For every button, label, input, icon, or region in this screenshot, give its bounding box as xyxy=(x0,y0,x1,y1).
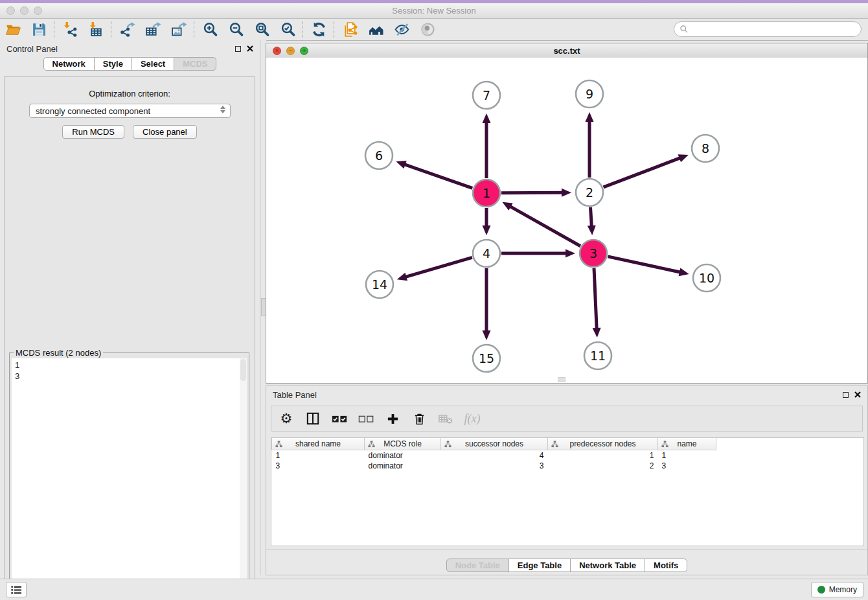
graph-edge-2-3[interactable] xyxy=(588,207,596,235)
open-folder-button[interactable] xyxy=(0,21,26,39)
graph-node-9[interactable]: 9 xyxy=(576,80,603,108)
graph-edge-4-14[interactable] xyxy=(397,257,472,281)
node-label: 2 xyxy=(586,185,593,200)
tab-network[interactable]: Network xyxy=(43,57,95,71)
table-cell[interactable]: 3 xyxy=(441,461,548,471)
graph-node-4[interactable]: 4 xyxy=(473,240,500,267)
node-label: 7 xyxy=(483,88,490,102)
save-button[interactable] xyxy=(26,21,52,39)
graph-edge-2-8[interactable] xyxy=(604,154,689,187)
graph-node-14[interactable]: 14 xyxy=(366,271,393,298)
graph-edge-4-15[interactable] xyxy=(483,268,491,340)
column-header-shared-name[interactable]: shared name xyxy=(272,438,365,450)
table-row[interactable]: 3dominator323 xyxy=(272,461,716,471)
graph-edge-3-10[interactable] xyxy=(608,257,689,276)
graph-edge-3-11[interactable] xyxy=(593,268,601,338)
settings-gear-button[interactable]: ⚙ xyxy=(278,410,295,427)
toggle-columns-button[interactable] xyxy=(304,410,321,427)
toggle-visibility-button[interactable] xyxy=(389,21,415,39)
table-cell[interactable]: 3 xyxy=(658,461,716,471)
save-icon xyxy=(31,21,47,38)
mcds-result-list[interactable]: 13 xyxy=(12,358,247,595)
select-all-button[interactable] xyxy=(331,410,348,427)
graph-node-10[interactable]: 10 xyxy=(693,264,720,292)
table-tab-motifs[interactable]: Motifs xyxy=(645,559,687,572)
column-header-successor-nodes[interactable]: successor nodes xyxy=(441,438,548,450)
control-panel-header: Control Panel xyxy=(0,40,260,57)
zoom-fit-button[interactable] xyxy=(249,21,275,39)
column-header-name[interactable]: name xyxy=(658,438,716,450)
float-panel-icon[interactable] xyxy=(235,46,241,52)
table-cell[interactable]: 3 xyxy=(272,461,365,471)
table-cell[interactable]: dominator xyxy=(365,461,441,471)
zoom-in-button[interactable] xyxy=(197,21,223,39)
graph-node-8[interactable]: 8 xyxy=(692,135,719,162)
table-tab-network-table[interactable]: Network Table xyxy=(570,559,645,572)
zoom-selected-button[interactable] xyxy=(275,21,301,39)
table-tab-edge-table[interactable]: Edge Table xyxy=(508,559,571,572)
table-tab-node-table[interactable]: Node Table xyxy=(446,559,509,572)
column-header-MCDS-role[interactable]: MCDS role xyxy=(365,438,441,450)
run-mcds-button[interactable]: Run MCDS xyxy=(62,125,124,139)
graph-node-6[interactable]: 6 xyxy=(365,142,393,169)
import-table-button[interactable] xyxy=(83,21,109,39)
delete-button[interactable] xyxy=(411,410,428,427)
table-cell[interactable]: dominator xyxy=(365,450,441,461)
hide-panels-button[interactable] xyxy=(363,21,389,39)
tab-style[interactable]: Style xyxy=(94,57,132,71)
graph-node-3[interactable]: 3 xyxy=(580,240,607,267)
graph-edge-3-1[interactable] xyxy=(502,202,580,246)
memory-button-label: Memory xyxy=(829,585,857,594)
float-table-panel-icon[interactable] xyxy=(843,392,849,398)
graph-node-15[interactable]: 15 xyxy=(473,345,500,372)
node-table: shared nameMCDS rolesuccessor nodesprede… xyxy=(271,437,864,546)
graph-node-7[interactable]: 7 xyxy=(473,82,500,109)
table-row[interactable]: 1dominator411 xyxy=(272,450,716,461)
search-box[interactable] xyxy=(674,21,862,37)
column-type-icon xyxy=(444,441,451,448)
result-scrollbar[interactable] xyxy=(240,358,247,595)
export-table-button[interactable] xyxy=(140,21,166,39)
graph-edge-2-9[interactable] xyxy=(586,112,594,178)
graph-node-11[interactable]: 11 xyxy=(584,342,611,369)
search-input[interactable] xyxy=(691,24,861,35)
tab-mcds[interactable]: MCDS xyxy=(174,57,216,71)
graph-edge-1-6[interactable] xyxy=(396,161,472,188)
import-network-button[interactable] xyxy=(57,21,83,39)
refresh-button[interactable] xyxy=(306,21,332,39)
graph-node-1[interactable]: 1 xyxy=(473,179,500,207)
close-table-panel-icon[interactable] xyxy=(854,391,861,398)
graph-edge-1-2[interactable] xyxy=(501,189,571,197)
table-cell[interactable]: 1 xyxy=(272,450,365,461)
clone-network-button[interactable] xyxy=(337,21,363,39)
graph-node-2[interactable]: 2 xyxy=(576,179,603,206)
table-cell[interactable]: 1 xyxy=(548,450,658,461)
node-label: 11 xyxy=(590,349,606,363)
table-cell[interactable]: 2 xyxy=(548,461,658,471)
import-table-icon xyxy=(88,21,104,38)
close-panel-icon[interactable] xyxy=(247,45,253,52)
table-cell[interactable]: 1 xyxy=(658,450,716,461)
tab-select[interactable]: Select xyxy=(131,57,174,71)
criterion-dropdown[interactable]: strongly connected component xyxy=(29,104,231,118)
table-toolbar: ⚙f(x) xyxy=(271,406,863,432)
graph-edge-1-7[interactable] xyxy=(483,113,491,178)
network-resize-grip[interactable] xyxy=(558,377,565,382)
close-panel-button[interactable]: Close panel xyxy=(133,125,197,139)
node-label: 8 xyxy=(702,141,709,156)
graph-edge-4-3[interactable] xyxy=(501,249,575,258)
export-image-button[interactable] xyxy=(166,21,192,39)
graph-edge-1-4[interactable] xyxy=(483,208,491,235)
add-button[interactable] xyxy=(384,410,401,427)
column-header-predecessor-nodes[interactable]: predecessor nodes xyxy=(548,438,658,450)
export-network-button[interactable] xyxy=(114,21,140,39)
zoom-out-button[interactable] xyxy=(223,21,249,39)
network-graph[interactable]: 7968124314101511 xyxy=(266,58,867,382)
deselect-all-button[interactable] xyxy=(358,410,374,427)
task-history-button[interactable] xyxy=(6,582,27,597)
network-canvas[interactable]: 7968124314101511 xyxy=(266,58,867,382)
toggle-visibility-icon xyxy=(394,21,410,38)
table-cell[interactable]: 4 xyxy=(441,450,548,461)
control-panel-title: Control Panel xyxy=(6,44,235,54)
memory-button[interactable]: Memory xyxy=(811,582,863,597)
